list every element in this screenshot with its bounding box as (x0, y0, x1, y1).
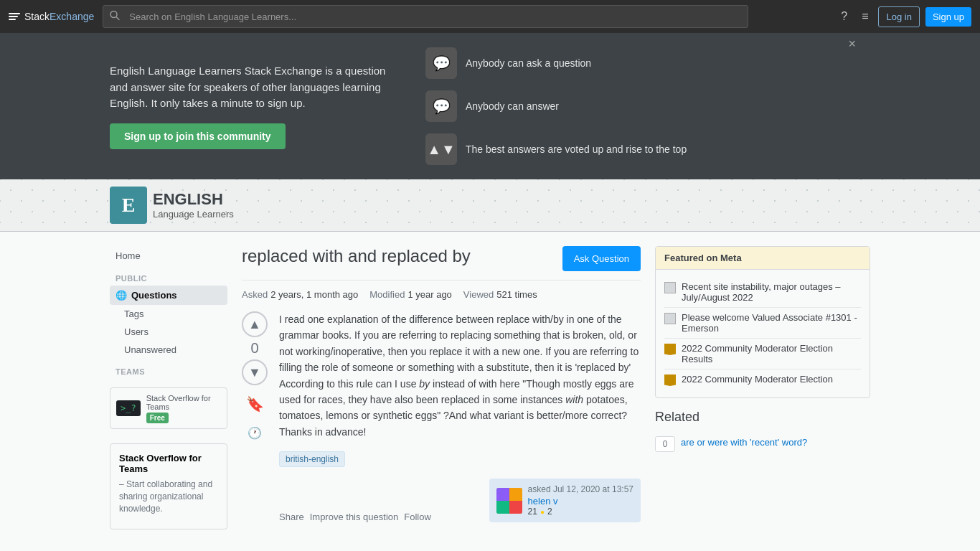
upvote-button[interactable]: ▲ (242, 311, 268, 337)
asked-label: Asked (242, 289, 268, 300)
feature-answer-text: Anybody can answer (466, 100, 559, 112)
hero-banner: English Language Learners Stack Exchange… (0, 33, 980, 179)
meta-text-3: 2022 Community Moderator Election (682, 374, 833, 385)
content-area: replaced with and replaced by Ask Questi… (242, 246, 641, 529)
sidebar-item-unanswered[interactable]: Unanswered (110, 341, 227, 359)
globe-icon: 🌐 (116, 290, 127, 301)
gold-count: 2 (547, 507, 552, 517)
site-logo[interactable]: StackExchange (9, 11, 94, 22)
modified-value: 1 year ago (407, 289, 451, 300)
search-bar (103, 5, 748, 28)
featured-meta-box: Featured on Meta Recent site instability… (655, 246, 870, 398)
overflow-label: Stack Overflow for Teams (146, 394, 221, 411)
user-action-label: asked Jul 12, 2020 at 13:57 (528, 484, 633, 494)
tag-british-english[interactable]: british-english (279, 451, 345, 467)
history-button[interactable]: 🕐 (242, 420, 268, 446)
community-name: ENGLISH (153, 191, 234, 208)
answer-icon: 💬 (425, 90, 457, 122)
featured-meta-content: Recent site instability, major outages –… (656, 270, 870, 397)
meta-icon-2 (664, 344, 676, 355)
ask-question-button[interactable]: Ask Question (562, 246, 641, 271)
question-body: ▲ 0 ▼ 🔖 🕐 I read one explanation of the … (242, 311, 641, 522)
viewed-value: 521 times (496, 289, 537, 300)
vote-controls: ▲ 0 ▼ 🔖 🕐 (242, 311, 268, 522)
question-text: I read one explanation of the difference… (279, 311, 641, 440)
search-input[interactable] (103, 5, 748, 28)
sidebar-item-tags[interactable]: Tags (110, 305, 227, 323)
bookmark-button[interactable]: 🔖 (242, 391, 268, 417)
downvote-button[interactable]: ▼ (242, 359, 268, 385)
community-logo[interactable]: E ENGLISH Language Learners (110, 187, 234, 224)
community-name-block: ENGLISH Language Learners (153, 191, 234, 219)
svg-point-0 (110, 11, 117, 18)
question-meta: Asked 2 years, 1 month ago Modified 1 ye… (242, 289, 641, 300)
related-link-0[interactable]: are or were with 'recent' word? (681, 436, 807, 452)
join-community-button[interactable]: Sign up to join this community (110, 123, 286, 149)
teams-overflow-box: >_? Stack Overflow for Teams Free (110, 387, 227, 429)
brand-stack: Stack (24, 11, 50, 22)
question-content: I read one explanation of the difference… (279, 311, 641, 522)
user-card: asked Jul 12, 2020 at 13:57 helen v 21 ●… (489, 479, 641, 522)
hero-description: English Language Learners Stack Exchange… (110, 63, 397, 112)
free-badge: Free (146, 413, 169, 423)
vote-count: 0 (250, 340, 258, 357)
nav-actions: ? ≡ Log in Sign up (837, 6, 971, 27)
asked-value: 2 years, 1 month ago (270, 289, 358, 300)
teams-title: Stack Overflow for Teams (119, 453, 218, 474)
meta-item-1[interactable]: Please welcome Valued Associate #1301 - … (664, 308, 861, 339)
rep-score: 21 (528, 507, 537, 517)
viewed-label: Viewed (463, 289, 494, 300)
user-info: asked Jul 12, 2020 at 13:57 helen v 21 ●… (528, 484, 633, 517)
meta-icon-3 (664, 375, 676, 386)
terminal-icon: >_? (116, 400, 141, 416)
inbox-button[interactable]: ≡ (857, 6, 872, 27)
action-links: Share Improve this question Follow (279, 512, 431, 522)
sidebar-item-home[interactable]: Home (110, 246, 227, 265)
meta-viewed: Viewed 521 times (463, 289, 537, 300)
feature-item-vote: ▲▼ The best answers are voted up and ris… (425, 133, 870, 165)
meta-asked: Asked 2 years, 1 month ago (242, 289, 358, 300)
overflow-label-group: Stack Overflow for Teams Free (146, 394, 221, 423)
modified-label: Modified (369, 289, 405, 300)
follow-button[interactable]: Follow (404, 512, 431, 522)
search-icon (110, 11, 120, 23)
brand-exchange: Exchange (50, 11, 94, 22)
avatar-pattern (496, 488, 522, 514)
related-title: Related (655, 410, 870, 425)
meta-modified: Modified 1 year ago (369, 289, 452, 300)
questions-label: Questions (131, 290, 177, 301)
right-sidebar: Featured on Meta Recent site instability… (655, 246, 870, 529)
meta-text-0: Recent site instability, major outages –… (682, 281, 861, 303)
community-logo-img: E (110, 187, 147, 224)
question-tags: british-english (279, 451, 641, 467)
meta-item-3[interactable]: 2022 Community Moderator Election (664, 369, 861, 390)
feature-item-ask: 💬 Anybody can ask a question (425, 47, 870, 79)
feature-list: 💬 Anybody can ask a question 💬 Anybody c… (425, 47, 870, 165)
sidebar-item-questions[interactable]: 🌐 Questions (110, 286, 227, 305)
login-button[interactable]: Log in (878, 6, 919, 27)
related-score-0: 0 (655, 436, 675, 452)
user-name[interactable]: helen v (528, 496, 633, 507)
meta-icon-1 (664, 313, 676, 324)
question-actions: Share Improve this question Follow (279, 479, 641, 522)
help-button[interactable]: ? (837, 6, 852, 27)
community-header: E ENGLISH Language Learners (0, 179, 980, 232)
close-banner-button[interactable]: × (848, 37, 856, 52)
user-avatar (496, 488, 522, 514)
sidebar-item-users[interactable]: Users (110, 323, 227, 341)
svg-line-1 (117, 17, 120, 20)
brand-text: StackExchange (24, 11, 94, 22)
teams-box: Stack Overflow for Teams – Start collabo… (110, 443, 227, 529)
feature-ask-text: Anybody can ask a question (466, 57, 591, 69)
signup-button[interactable]: Sign up (925, 7, 971, 27)
user-rep: 21 ● 2 (528, 507, 633, 517)
question-header: replaced with and replaced by Ask Questi… (242, 246, 641, 281)
meta-item-2[interactable]: 2022 Community Moderator Election Result… (664, 339, 861, 369)
share-button[interactable]: Share (279, 512, 304, 522)
feature-item-answer: 💬 Anybody can answer (425, 90, 870, 122)
meta-item-0[interactable]: Recent site instability, major outages –… (664, 277, 861, 308)
ask-icon: 💬 (425, 47, 457, 79)
sidebar-section-public: PUBLIC (110, 265, 227, 286)
meta-text-1: Please welcome Valued Associate #1301 - … (682, 312, 861, 334)
improve-button[interactable]: Improve this question (310, 512, 399, 522)
